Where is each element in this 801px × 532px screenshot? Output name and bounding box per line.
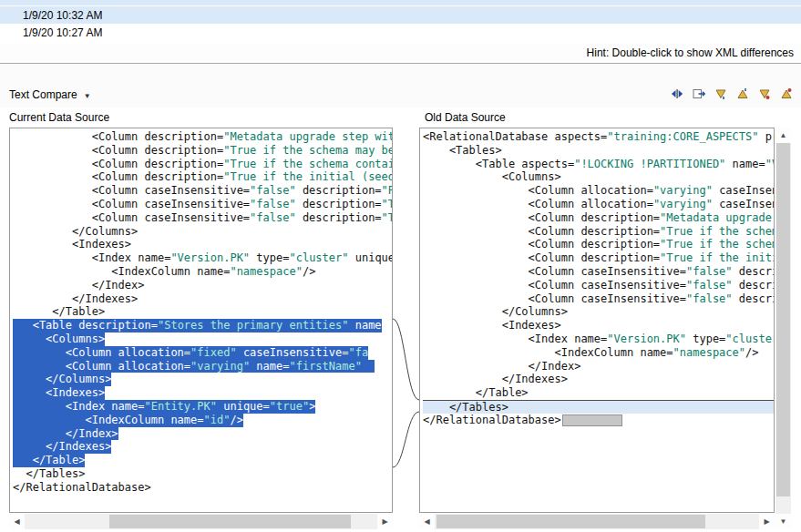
code-line[interactable]: <Column allocation="varying" caseInsensi… — [423, 184, 774, 198]
code-line[interactable]: </Table> — [13, 305, 392, 319]
code-line[interactable]: </Columns> — [13, 225, 392, 239]
code-line[interactable]: </Columns> — [13, 373, 392, 386]
compare-mode-label: Text Compare — [9, 88, 77, 101]
code-line[interactable]: <Column description="Metadata upgrade st… — [423, 211, 774, 225]
code-line[interactable]: <Column caseInsensitive="false" descript… — [13, 198, 392, 211]
history-list: 1/9/20 10:32 AM 1/9/20 10:27 AM — [0, 0, 801, 44]
code-line[interactable]: </Indexes> — [13, 440, 392, 454]
previous-difference-icon[interactable] — [734, 87, 750, 101]
code-line[interactable]: <Column description="True if the schema … — [13, 158, 392, 171]
history-timestamp: 1/9/20 10:27 AM — [23, 26, 102, 39]
code-line[interactable]: </Index> — [13, 427, 392, 441]
code-line[interactable]: <Index name="Entity.PK" unique="true"> — [13, 400, 392, 414]
code-line[interactable]: <Indexes> — [13, 386, 392, 400]
left-pane-title: Current Data Source — [9, 107, 109, 128]
left-hscroll-thumb[interactable] — [109, 515, 351, 528]
code-line[interactable]: <Column caseInsensitive="false" descript… — [423, 292, 774, 306]
code-line[interactable]: <Table aspects="!LOCKING !PARTITIONED" n… — [423, 158, 774, 171]
code-line[interactable]: <Column description="True if the initial… — [13, 170, 392, 184]
code-line[interactable]: <Column description="True if the schema … — [13, 144, 392, 158]
toolbar-icons — [669, 87, 796, 101]
scroll-up-icon[interactable]: ▲ — [775, 128, 791, 143]
code-line[interactable]: </Indexes> — [13, 292, 392, 306]
code-line[interactable]: </Columns> — [423, 305, 774, 319]
code-line[interactable]: <RelationalDatabase aspects="training:CO… — [423, 130, 774, 144]
next-difference-icon[interactable] — [713, 87, 728, 101]
right-hscroll-thumb[interactable] — [436, 515, 705, 528]
chevron-down-icon: ▼ — [84, 92, 91, 100]
code-line[interactable]: <Column description="True if the schema … — [423, 225, 774, 239]
code-line[interactable]: <Column caseInsensitive="false" descript… — [13, 184, 392, 198]
scroll-down-icon[interactable]: ▼ — [775, 514, 791, 529]
code-line[interactable]: </Index> — [423, 360, 774, 373]
code-line[interactable]: <Tables> — [423, 144, 774, 158]
code-line[interactable]: <Column caseInsensitive="false" descript… — [13, 211, 392, 225]
scroll-right-icon[interactable]: ▶ — [377, 514, 393, 529]
code-line[interactable]: <Indexes> — [13, 238, 392, 251]
next-change-icon[interactable] — [756, 87, 772, 101]
scroll-left-icon[interactable]: ◀ — [419, 514, 435, 529]
code-line[interactable]: <IndexColumn name="id"/> — [13, 414, 392, 427]
hint-row: Hint: Double-click to show XML differenc… — [0, 43, 801, 64]
code-line[interactable]: </Index> — [13, 279, 392, 292]
code-line[interactable]: <Column description="Metadata upgrade st… — [13, 130, 392, 144]
code-line[interactable]: <Index name="Version.PK" type="cluster" … — [423, 332, 774, 346]
code-line[interactable]: </Table> — [13, 454, 392, 467]
code-line[interactable]: <Column allocation="fixed" caseInsensiti… — [13, 346, 392, 360]
code-line[interactable]: </Indexes> — [423, 373, 774, 386]
left-code-area[interactable]: <Column description="Metadata upgrade st… — [10, 128, 392, 495]
swap-panes-icon[interactable] — [669, 87, 684, 101]
vertical-scrollbar[interactable]: ▲ ▼ — [775, 128, 791, 529]
left-code-pane[interactable]: <Column description="Metadata upgrade st… — [9, 128, 393, 513]
left-horizontal-scrollbar[interactable]: ◀ ▶ — [9, 514, 393, 529]
hint-text: Hint: Double-click to show XML differenc… — [587, 46, 794, 59]
compare-pane-headers: Current Data Source Old Data Source — [0, 107, 801, 128]
code-line[interactable]: <IndexColumn name="namespace"/> — [423, 346, 774, 360]
code-line[interactable]: <Column allocation="varying" name="first… — [13, 360, 392, 373]
previous-change-icon[interactable] — [778, 87, 794, 101]
compare-toolbar: Text Compare ▼ — [0, 65, 801, 107]
code-line[interactable]: <Column allocation="varying" caseInsensi… — [423, 198, 774, 211]
vscroll-track[interactable] — [775, 143, 791, 514]
copy-all-icon[interactable] — [691, 87, 706, 101]
right-hscroll-track[interactable] — [435, 514, 759, 529]
code-line[interactable]: <Columns> — [13, 332, 392, 346]
list-item[interactable]: 1/9/20 10:27 AM — [0, 24, 801, 41]
code-line[interactable]: <Index name="Version.PK" type="cluster" … — [13, 251, 392, 265]
left-hscroll-track[interactable] — [25, 514, 377, 529]
compare-body: <Column description="Metadata upgrade st… — [0, 128, 801, 532]
code-line[interactable]: <Columns> — [423, 170, 774, 184]
scroll-right-icon[interactable]: ▶ — [759, 514, 775, 529]
code-line[interactable]: </Table> — [423, 386, 774, 400]
code-line[interactable]: </Tables> — [13, 467, 392, 481]
diff-connector — [393, 128, 419, 529]
compare-mode-dropdown[interactable]: Text Compare ▼ — [9, 88, 91, 101]
code-line[interactable]: <Indexes> — [423, 319, 774, 332]
code-line[interactable]: </Tables> — [423, 400, 774, 414]
code-line[interactable]: <Column description="True if the schema … — [423, 238, 774, 251]
code-line[interactable]: <Column caseInsensitive="false" descript… — [423, 279, 774, 292]
code-line[interactable]: <IndexColumn name="namespace"/> — [13, 265, 392, 279]
right-code-area[interactable]: <RelationalDatabase aspects="training:CO… — [420, 128, 774, 427]
empty-diff-marker — [562, 414, 622, 426]
code-line[interactable]: <Column caseInsensitive="false" descript… — [423, 265, 774, 279]
code-line[interactable]: </RelationalDatabase> — [423, 414, 774, 427]
scroll-left-icon[interactable]: ◀ — [9, 514, 25, 529]
right-code-pane[interactable]: <RelationalDatabase aspects="training:CO… — [419, 128, 775, 513]
vscroll-thumb[interactable] — [776, 143, 790, 496]
list-item-partial[interactable] — [0, 0, 801, 6]
code-line[interactable]: </RelationalDatabase> — [13, 481, 392, 495]
code-line[interactable]: <Table description="Stores the primary e… — [13, 319, 392, 332]
list-item[interactable]: 1/9/20 10:32 AM — [0, 6, 801, 24]
history-timestamp: 1/9/20 10:32 AM — [23, 9, 102, 22]
code-line[interactable]: <Column description="True if the initial… — [423, 251, 774, 265]
right-pane-title: Old Data Source — [425, 107, 506, 128]
right-horizontal-scrollbar[interactable]: ◀ ▶ — [419, 514, 775, 529]
